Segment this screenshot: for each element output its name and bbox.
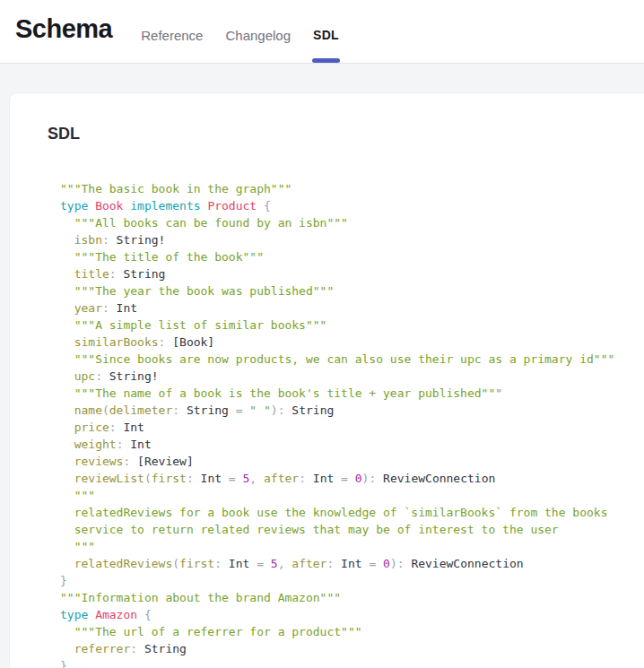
page-title: Schema [15,14,112,44]
tab-sdl[interactable]: SDL [312,0,340,63]
code-line: """The title of the book""" [60,248,644,265]
code-line: """The url of a referrer for a product""… [60,623,644,640]
tab-changelog[interactable]: Changelog [224,0,292,63]
code-line: """The name of a book is the book's titl… [60,385,644,402]
code-line: year: Int [60,299,644,317]
code-line: """Information about the brand Amazon""" [60,589,644,606]
sdl-card: SDL """The basic book in the graph"""typ… [9,92,644,668]
code-block: """The basic book in the graph"""type Bo… [60,180,644,668]
code-line: } [60,657,644,668]
code-line: title: String [60,265,644,282]
code-line: reviewList(first: Int = 5, after: Int = … [60,470,644,487]
code-line: } [60,572,644,589]
code-line: """Since books are now products, we can … [60,351,644,368]
code-line: isbn: String! [60,231,644,248]
code-line: price: Int [60,419,644,436]
sdl-card-heading: SDL [48,125,644,143]
content-area: SDL """The basic book in the graph"""typ… [0,92,644,668]
code-line: """ [60,538,644,555]
code-line: """The year the book was published""" [60,282,644,299]
code-line: relatedReviews for a book use the knowle… [60,504,644,521]
code-line: """ [60,487,644,504]
code-line: weight: Int [60,436,644,453]
page-header: Schema Reference Changelog SDL [0,0,644,64]
code-line: name(delimeter: String = " "): String [60,402,644,419]
code-line: relatedReviews(first: Int = 5, after: In… [60,555,644,572]
code-line: similarBooks: [Book] [60,334,644,351]
code-line: type Book implements Product { [60,197,644,214]
code-line: referrer: String [60,640,644,657]
code-line: """The basic book in the graph""" [60,180,644,197]
code-line: service to return related reviews that m… [60,521,644,538]
code-line: """A simple list of similar books""" [60,317,644,334]
tab-reference[interactable]: Reference [140,0,204,63]
code-line: """All books can be found by an isbn""" [60,214,644,231]
code-line: type Amazon { [60,606,644,623]
tab-bar: Reference Changelog SDL [140,0,340,63]
code-line: upc: String! [60,368,644,385]
code-line: reviews: [Review] [60,453,644,470]
